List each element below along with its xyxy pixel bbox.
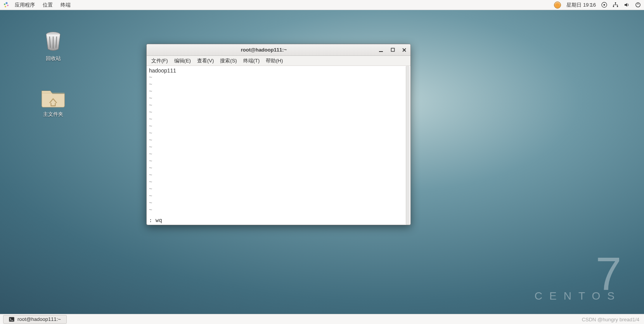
terminal-app-icon bbox=[9, 317, 14, 322]
top-menu-terminal[interactable]: 终端 bbox=[57, 2, 74, 9]
menu-file[interactable]: 文件(F) bbox=[148, 57, 171, 64]
menu-view[interactable]: 查看(V) bbox=[194, 57, 217, 64]
top-menu-applications[interactable]: 应用程序 bbox=[11, 2, 39, 9]
wallpaper-brand: 7 CENTOS bbox=[535, 257, 621, 302]
svg-point-0 bbox=[4, 3, 5, 5]
home-folder-icon[interactable]: 主文件夹 bbox=[32, 86, 74, 118]
maximize-button[interactable] bbox=[390, 47, 396, 53]
menu-terminal[interactable]: 终端(T) bbox=[240, 57, 263, 64]
window-title: root@hadoop111:~ bbox=[150, 47, 378, 53]
menu-search[interactable]: 搜索(S) bbox=[217, 57, 240, 64]
user-avatar-icon[interactable] bbox=[554, 2, 561, 9]
terminal-line-0: hadoop111 bbox=[149, 67, 408, 74]
clock-label[interactable]: 星期日 19∶16 bbox=[566, 2, 596, 9]
desktop-icons: 回收站 主文件夹 bbox=[32, 30, 74, 118]
power-icon[interactable] bbox=[635, 2, 641, 8]
svg-rect-16 bbox=[391, 48, 394, 51]
taskbar-task-label: root@hadoop111:~ bbox=[17, 316, 61, 322]
top-panel: 应用程序 位置 终端 星期日 19∶16 bbox=[0, 0, 644, 10]
home-folder-label: 主文件夹 bbox=[43, 111, 63, 118]
svg-rect-19 bbox=[9, 317, 14, 321]
watermark-right: CSDN @hungry bread1/4 bbox=[582, 317, 639, 322]
brand-version: 7 bbox=[535, 257, 621, 290]
trash-bin-icon bbox=[42, 30, 64, 53]
minimize-button[interactable] bbox=[378, 47, 384, 53]
taskbar-task-terminal[interactable]: root@hadoop111:~ bbox=[3, 315, 67, 324]
terminal-scrollbar[interactable] bbox=[406, 66, 410, 225]
terminal-window: root@hadoop111:~ 文件(F) 编辑(E) 查看(V) 搜索(S)… bbox=[146, 44, 411, 225]
close-button[interactable] bbox=[401, 47, 407, 53]
terminal-tilde-lines: ~~~~~~~~~~~~~~~~~~~~ bbox=[149, 74, 408, 213]
terminal-command-line: : wq bbox=[149, 217, 408, 223]
svg-point-1 bbox=[6, 2, 8, 4]
svg-point-2 bbox=[7, 5, 9, 6]
folder-home-icon bbox=[40, 86, 66, 109]
terminal-menubar: 文件(F) 编辑(E) 查看(V) 搜索(S) 终端(T) 帮助(H) bbox=[147, 56, 410, 66]
window-titlebar[interactable]: root@hadoop111:~ bbox=[147, 44, 410, 56]
gnome-logo-icon bbox=[3, 2, 9, 8]
menu-help[interactable]: 帮助(H) bbox=[263, 57, 286, 64]
svg-rect-6 bbox=[615, 2, 616, 3]
network-icon[interactable] bbox=[613, 2, 618, 8]
desktop[interactable]: 7 CENTOS 回收站 主文件夹 root@h bbox=[0, 10, 644, 314]
menu-edit[interactable]: 编辑(E) bbox=[171, 57, 194, 64]
svg-point-3 bbox=[5, 6, 6, 7]
accessibility-icon[interactable] bbox=[601, 2, 607, 8]
top-menu-places[interactable]: 位置 bbox=[39, 2, 57, 9]
system-tray: 星期日 19∶16 bbox=[554, 2, 641, 9]
bottom-taskbar: root@hadoop111:~ bbox=[0, 314, 644, 324]
terminal-body[interactable]: hadoop111 ~~~~~~~~~~~~~~~~~~~~ : wq bbox=[147, 66, 410, 225]
svg-rect-8 bbox=[617, 6, 618, 7]
trash-label: 回收站 bbox=[46, 55, 61, 62]
brand-name: CENTOS bbox=[535, 290, 621, 302]
svg-rect-7 bbox=[613, 6, 614, 7]
trash-icon[interactable]: 回收站 bbox=[32, 30, 74, 62]
svg-point-5 bbox=[603, 4, 605, 5]
volume-icon[interactable] bbox=[624, 2, 630, 8]
